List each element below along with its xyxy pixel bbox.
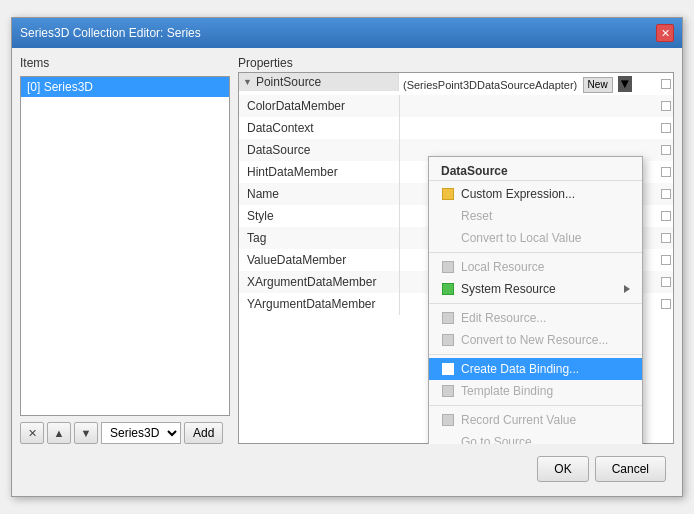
prop-value-colordatamember[interactable] [399,95,673,117]
prop-dot-style[interactable] [661,211,671,221]
prop-name-valuedatamember: ValueDataMember [239,249,399,271]
menu-item-local-resource: Local Resource [429,256,642,278]
cancel-button[interactable]: Cancel [595,456,666,482]
prop-name-style: Style [239,205,399,227]
convert-local-icon [441,231,455,245]
menu-separator-1 [429,252,642,253]
menu-separator-4 [429,405,642,406]
close-button[interactable]: ✕ [656,24,674,42]
prop-dot-hintdatamember[interactable] [661,167,671,177]
menu-item-convert-local: Convert to Local Value [429,227,642,249]
main-area: Items [0] Series3D ✕ ▲ ▼ Series3D Add Pr… [20,56,674,444]
custom-expression-icon [441,187,455,201]
title-bar: Series3D Collection Editor: Series ✕ [12,18,682,48]
record-value-icon [441,413,455,427]
menu-item-label: Create Data Binding... [461,362,579,376]
prop-row-datacontext: DataContext [239,117,673,139]
dialog-footer: OK Cancel [20,452,674,488]
main-dialog: Series3D Collection Editor: Series ✕ Ite… [11,17,683,497]
reset-icon [441,209,455,223]
delete-button[interactable]: ✕ [20,422,44,444]
create-binding-icon [441,362,455,376]
list-controls: ✕ ▲ ▼ Series3D Add [20,422,230,444]
menu-item-template-binding: Template Binding [429,380,642,402]
menu-item-go-to-source: Go to Source [429,431,642,444]
menu-item-create-binding[interactable]: Create Data Binding... [429,358,642,380]
prop-dot-tag[interactable] [661,233,671,243]
menu-item-wrap-binding: Create Data Binding... [429,358,642,380]
add-button[interactable]: Add [184,422,223,444]
prop-name-tag: Tag [239,227,399,249]
dialog-body: Items [0] Series3D ✕ ▲ ▼ Series3D Add Pr… [12,48,682,496]
prop-name-colordatamember: ColorDataMember [239,95,399,117]
prop-dot-valuedatamember[interactable] [661,255,671,265]
menu-item-system-resource[interactable]: System Resource [429,278,642,300]
properties-label: Properties [238,56,674,70]
series-type-dropdown[interactable]: Series3D [101,422,181,444]
system-resource-icon [441,282,455,296]
pointsource-value-text: (SeriesPoint3DDataSourceAdapter) [403,78,577,90]
prop-name-datacontext: DataContext [239,117,399,139]
prop-name-hintdatamember: HintDataMember [239,161,399,183]
convert-resource-icon [441,333,455,347]
template-binding-icon [441,384,455,398]
prop-dot-name[interactable] [661,189,671,199]
menu-item-label: Go to Source [461,435,532,444]
prop-group-label: PointSource [256,75,321,89]
menu-item-label: System Resource [461,282,556,296]
collapse-arrow[interactable]: ▼ [243,77,252,87]
submenu-arrow [624,284,630,295]
menu-item-label: Convert to New Resource... [461,333,608,347]
prop-name-datasource: DataSource [239,139,399,161]
list-item[interactable]: [0] Series3D [21,77,229,97]
prop-dot-yargumentdatamember[interactable] [661,299,671,309]
menu-item-record-value: Record Current Value [429,409,642,431]
menu-item-label: Reset [461,209,492,223]
go-to-source-icon [441,435,455,444]
menu-item-label: Edit Resource... [461,311,546,325]
move-down-button[interactable]: ▼ [74,422,98,444]
menu-item-label: Local Resource [461,260,544,274]
dialog-title: Series3D Collection Editor: Series [20,26,201,40]
new-button[interactable]: New [583,77,613,93]
dropdown-sq-button[interactable]: ▼ [618,76,632,92]
menu-item-label: Custom Expression... [461,187,575,201]
items-listbox[interactable]: [0] Series3D [20,76,230,416]
prop-value-datacontext[interactable] [399,117,673,139]
prop-value-pointsource: (SeriesPoint3DDataSourceAdapter) New ▼ [399,73,673,95]
properties-panel: Properties ▼ PointSource (Series [238,56,674,444]
context-menu: DataSource Custom Expression... Reset [428,156,643,444]
prop-dot-datasource[interactable] [661,145,671,155]
prop-name-xargumentdatamember: XArgumentDataMember [239,271,399,293]
items-label: Items [20,56,230,70]
menu-item-reset: Reset [429,205,642,227]
local-resource-icon [441,260,455,274]
ok-button[interactable]: OK [537,456,588,482]
items-panel: Items [0] Series3D ✕ ▲ ▼ Series3D Add [20,56,230,444]
prop-row-colordatamember: ColorDataMember [239,95,673,117]
menu-header: DataSource [429,160,642,181]
prop-name-name: Name [239,183,399,205]
prop-name-yargumentdatamember: YArgumentDataMember [239,293,399,315]
menu-item-label: Convert to Local Value [461,231,582,245]
menu-item-convert-resource: Convert to New Resource... [429,329,642,351]
edit-resource-icon [441,311,455,325]
prop-row-pointsource: ▼ PointSource (SeriesPoint3DDataSourceAd… [239,73,673,95]
menu-item-edit-resource: Edit Resource... [429,307,642,329]
move-up-button[interactable]: ▲ [47,422,71,444]
prop-dot-datacontext[interactable] [661,123,671,133]
prop-dot-xargumentdatamember[interactable] [661,277,671,287]
menu-separator-3 [429,354,642,355]
menu-item-custom-expression[interactable]: Custom Expression... [429,183,642,205]
menu-item-label: Template Binding [461,384,553,398]
prop-dot-colordatamember[interactable] [661,101,671,111]
menu-separator-2 [429,303,642,304]
menu-item-label: Record Current Value [461,413,576,427]
prop-name-pointsource: ▼ PointSource [239,73,399,91]
prop-dot-pointsource[interactable] [661,79,671,89]
